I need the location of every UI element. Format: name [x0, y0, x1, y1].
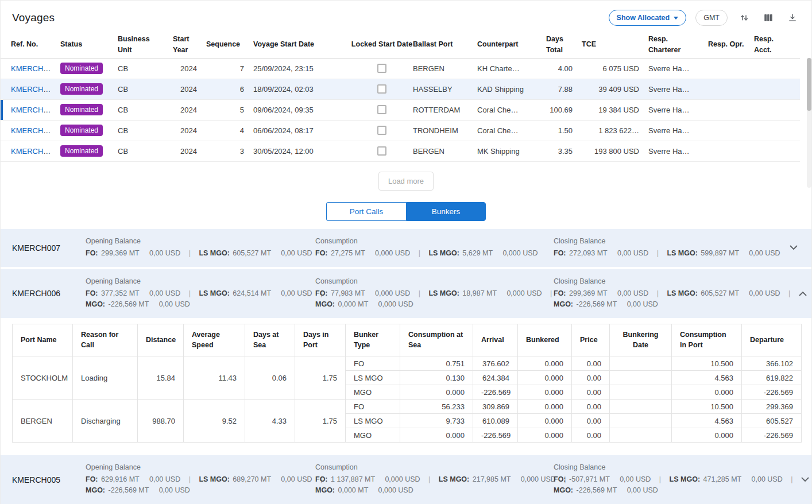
- status-badge: Nominated: [60, 104, 103, 115]
- voyage-ref-link[interactable]: KMERCH006: [11, 85, 56, 94]
- start-year-cell: 2024: [173, 99, 206, 120]
- distance-cell: 988.70: [138, 400, 184, 443]
- departure-cell: 299.369: [742, 400, 802, 414]
- sort-icon[interactable]: [737, 10, 752, 25]
- status-badge: Nominated: [60, 83, 103, 95]
- bunkering-date-cell: [610, 414, 672, 428]
- price-cell: 0.00: [572, 385, 610, 400]
- column-header-sequence[interactable]: Sequence: [206, 32, 253, 58]
- locked-start-date-checkbox[interactable]: [377, 84, 386, 94]
- column-header-start-year[interactable]: Start Year: [173, 32, 206, 58]
- days-total-cell: 1.50: [546, 120, 582, 141]
- bunkering-date-cell: [610, 385, 672, 400]
- fuel-label: LS MGO:: [199, 289, 229, 297]
- bunkering-date-cell: [610, 356, 672, 371]
- chevron-up-icon[interactable]: [796, 289, 809, 298]
- column-header-business-unit[interactable]: Business Unit: [118, 32, 173, 58]
- locked-start-date-checkbox[interactable]: [377, 126, 386, 135]
- column-header-counterpart[interactable]: Counterpart: [477, 32, 546, 58]
- locked-start-date-checkbox[interactable]: [377, 146, 386, 156]
- gmt-label: GMT: [703, 14, 720, 22]
- load-more-button[interactable]: Load more: [378, 172, 434, 191]
- resp-charterer-cell: Sverre Ha…: [648, 141, 708, 161]
- bunker-type-cell: FO: [346, 356, 400, 371]
- voyage-ref-link[interactable]: KMERCH003: [11, 147, 56, 156]
- fuel-usd-value: 0,00 USD: [749, 289, 780, 297]
- column-header-resp-charterer[interactable]: Resp. Charterer: [648, 32, 708, 58]
- counterpart-cell: Coral Che…: [477, 120, 546, 141]
- opening-balance-group: Opening Balance FO: 629,916 MT 0,00 USD …: [86, 463, 315, 496]
- bunker-section-header[interactable]: KMERCH006 Opening Balance FO: 377,352 MT…: [1, 269, 811, 318]
- voyage-row[interactable]: KMERCH006 Nominated CB 2024 6 18/09/2024…: [1, 79, 800, 99]
- vertical-scrollbar[interactable]: [807, 58, 811, 188]
- chevron-down-icon[interactable]: [799, 475, 811, 484]
- fuel-quantity: 1 137,887 MT: [331, 475, 375, 483]
- gmt-button[interactable]: GMT: [695, 10, 728, 26]
- voyage-row[interactable]: KMERCH007 Nominated CB 2024 7 25/09/2024…: [1, 58, 800, 79]
- start-year-cell: 2024: [173, 79, 206, 99]
- ballast-port-cell: BERGEN: [413, 141, 477, 161]
- bunkering-date-cell: [610, 400, 672, 414]
- fuel-usd-value: 0,00 USD: [281, 249, 312, 257]
- voyage-row-selected[interactable]: KMERCH005 Nominated CB 2024 5 09/06/2024…: [1, 99, 800, 120]
- days-total-cell: 4.00: [546, 58, 582, 79]
- bunker-row: STOCKHOLM Loading 15.84 11.43 0.06 1.75 …: [13, 356, 802, 371]
- fuel-quantity: 217,985 MT: [473, 475, 511, 483]
- fuel-usd-value: 0,00 USD: [149, 249, 180, 257]
- voyages-table: Ref. No. Status Business Unit Start Year…: [1, 32, 800, 162]
- voyage-row[interactable]: KMERCH003 Nominated CB 2024 3 30/05/2024…: [1, 141, 800, 161]
- column-header-tce[interactable]: TCE: [582, 32, 648, 58]
- port-calls-table: Port Name Reason for Call Distance Avera…: [12, 324, 802, 443]
- fuel-label: FO:: [86, 475, 98, 483]
- consumption-in-port-cell: 0.000: [672, 385, 742, 400]
- fuel-quantity: 77,983 MT: [331, 289, 365, 297]
- balance-line: MGO: -226,569 MT 0,00 USD: [554, 485, 799, 496]
- locked-start-date-checkbox[interactable]: [377, 64, 386, 73]
- price-cell: 0.00: [572, 356, 610, 371]
- bunker-section-header[interactable]: KMERCH007 Opening Balance FO: 299,369 MT…: [1, 229, 811, 267]
- voyage-ref-link[interactable]: KMERCH004: [11, 126, 56, 135]
- column-header-days-total[interactable]: Days Total: [546, 32, 582, 58]
- voyage-row[interactable]: KMERCH004 Nominated CB 2024 4 06/06/2024…: [1, 120, 800, 141]
- load-more-row: Load more: [1, 162, 811, 197]
- voyage-id: KMERCH005: [12, 475, 86, 484]
- voyage-ref-link[interactable]: KMERCH007: [11, 64, 56, 73]
- column-header-ref-no[interactable]: Ref. No.: [1, 32, 60, 58]
- departure-cell: 366.102: [742, 356, 802, 371]
- fuel-quantity: 471,285 MT: [703, 475, 741, 483]
- separator: [189, 474, 191, 485]
- show-allocated-dropdown[interactable]: Show Allocated: [609, 10, 687, 26]
- resp-opr-cell: [708, 79, 754, 99]
- voyage-ref-link[interactable]: KMERCH005: [11, 106, 56, 114]
- column-header-status[interactable]: Status: [60, 32, 118, 58]
- bunker-section-header[interactable]: KMERCH005 Opening Balance FO: 629,916 MT…: [1, 455, 811, 504]
- column-header-voyage-start-date[interactable]: Voyage Start Date: [253, 32, 351, 58]
- bunkering-date-cell: [610, 371, 672, 385]
- fuel-quantity: 605,527 MT: [233, 249, 270, 257]
- fuel-quantity: 377,352 MT: [101, 289, 139, 297]
- chevron-down-icon[interactable]: [787, 243, 800, 253]
- balance-group-label: Consumption: [315, 237, 554, 245]
- consumption-at-sea-cell: 0.130: [400, 371, 473, 385]
- counterpart-cell: Coral Che…: [477, 99, 546, 120]
- resp-charterer-cell: Sverre Ha…: [648, 79, 708, 99]
- consumption-at-sea-cell: 0.000: [400, 385, 473, 400]
- columns-icon[interactable]: [761, 10, 776, 25]
- column-header-distance: Distance: [138, 324, 184, 356]
- column-header-resp-opr[interactable]: Resp. Opr.: [708, 32, 754, 58]
- tab-port-calls[interactable]: Port Calls: [326, 202, 406, 221]
- column-header-ballast-port[interactable]: Ballast Port: [413, 32, 477, 58]
- tab-bunkers[interactable]: Bunkers: [406, 202, 486, 221]
- resp-acct-cell: [754, 79, 800, 99]
- separator: [788, 288, 790, 299]
- fuel-usd-value: 0,00 USD: [752, 475, 783, 483]
- locked-start-date-checkbox[interactable]: [377, 105, 386, 114]
- column-header-resp-acct[interactable]: Resp. Acct.: [754, 32, 800, 58]
- scrollbar-thumb[interactable]: [807, 58, 811, 111]
- column-header-locked-start-date[interactable]: Locked Start Date: [351, 32, 413, 58]
- fuel-label: MGO:: [315, 300, 335, 308]
- days-total-cell: 7.88: [546, 79, 582, 99]
- download-icon[interactable]: [785, 10, 800, 25]
- balance-group-label: Consumption: [315, 463, 554, 471]
- voyage-start-date-cell: 06/06/2024, 08:17: [253, 120, 351, 141]
